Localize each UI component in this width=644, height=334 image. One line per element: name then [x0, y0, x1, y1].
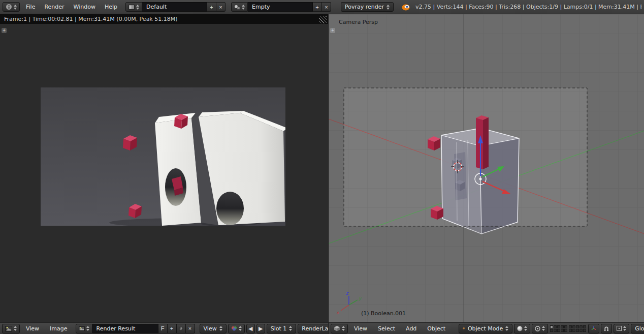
snap-toggle-button[interactable]	[601, 324, 612, 333]
editor-type-button-3dview[interactable]	[331, 324, 348, 333]
image-browse-button[interactable]	[76, 324, 92, 333]
view-mode-value: View	[204, 325, 217, 332]
viewport-3d-scene[interactable]: z y x	[329, 14, 644, 322]
scene-browse-button[interactable]	[231, 2, 248, 12]
region-corner-widget[interactable]: +	[2, 28, 7, 33]
updown-arrows-icon	[136, 5, 139, 10]
interaction-mode-value: Object Mode	[468, 325, 503, 332]
render-layer-value: RenderLay	[302, 325, 332, 332]
updown-arrows-icon	[505, 326, 508, 331]
menu-window[interactable]: Window	[69, 2, 100, 12]
active-object-label: (1) Boolean.001	[361, 310, 406, 317]
image-datablock-icon	[79, 326, 85, 331]
image-name-field[interactable]: Render Result	[92, 324, 158, 333]
main-menu-bar: File Render Window Help	[21, 2, 122, 12]
render-statistics-text: Frame:1 | Time:00:02.81 | Mem:31.41M (0.…	[0, 14, 328, 24]
viewport-editor-icon	[334, 325, 340, 331]
scene-statistics: v2.75 | Verts:144 | Faces:90 | Tris:268 …	[415, 4, 641, 10]
layers-widget[interactable]	[550, 325, 587, 332]
image-editor-region[interactable]: Frame:1 | Time:00:02.81 | Mem:31.41M (0.…	[0, 14, 328, 322]
screen-layout-selector: Default + ×	[125, 2, 226, 12]
editor-type-button-info[interactable]	[3, 2, 20, 12]
menu-file[interactable]: File	[21, 2, 40, 12]
slot-value: Slot 1	[271, 325, 287, 332]
render-engine-value: Povray render	[345, 4, 384, 10]
updown-arrows-icon	[14, 5, 17, 10]
updown-arrows-icon	[542, 326, 545, 331]
updown-arrows-icon	[242, 5, 245, 10]
new-image-button[interactable]: +	[168, 324, 177, 333]
screen-layout-browse-button[interactable]	[125, 2, 142, 12]
interaction-mode-dropdown[interactable]: Object Mode	[459, 324, 512, 333]
scene-add-button[interactable]: +	[313, 2, 322, 12]
view-name-label: Camera Persp	[339, 19, 378, 25]
menu-view[interactable]: View	[21, 324, 44, 333]
info-editor-header: File Render Window Help Default + ×	[0, 0, 644, 14]
updown-arrows-icon	[219, 326, 222, 331]
snap-element-dropdown[interactable]	[614, 324, 629, 333]
orientation-value: Global	[635, 325, 644, 332]
magnet-icon	[604, 326, 609, 331]
render-engine-dropdown[interactable]: Povray render	[341, 2, 394, 12]
scene-name: Empty	[252, 4, 270, 10]
updown-arrows-icon	[86, 326, 89, 331]
menu-view[interactable]: View	[349, 324, 372, 333]
screen-layout-name-field[interactable]: Default	[142, 2, 207, 12]
image-datablock-selector: Render Result F + ×	[76, 324, 195, 333]
next-slot-button[interactable]: ▶	[256, 324, 265, 333]
blender-logo-icon	[401, 3, 410, 12]
channels-icon	[231, 326, 237, 331]
viewport-3d-region[interactable]: z y x Camera Persp (1) Boolean.001	[328, 14, 644, 322]
slot-dropdown[interactable]: Slot 1	[267, 324, 297, 333]
updown-arrows-icon	[623, 326, 626, 331]
unlink-image-button[interactable]: ×	[186, 324, 195, 333]
stacked-papers-icon	[179, 326, 183, 331]
scene-name-field[interactable]: Empty	[248, 2, 313, 12]
fake-user-button[interactable]: F	[158, 324, 168, 333]
updown-arrows-icon	[524, 326, 527, 331]
screen-layout-delete-button[interactable]: ×	[216, 2, 226, 12]
pack-image-button[interactable]	[177, 324, 186, 333]
display-channels-dropdown[interactable]	[228, 324, 245, 333]
updown-arrows-icon	[289, 326, 292, 331]
transform-orientation-dropdown[interactable]: Global	[631, 324, 644, 333]
updown-arrows-icon	[14, 326, 17, 331]
pivot-icon	[535, 326, 540, 331]
updown-arrows-icon	[342, 326, 345, 331]
menu-help[interactable]: Help	[100, 2, 122, 12]
updown-arrows-icon	[387, 5, 390, 10]
manipulator-toggle-button[interactable]	[588, 324, 599, 333]
image-editor-icon	[5, 326, 12, 331]
info-editor-icon	[6, 4, 12, 10]
object-mode-icon	[463, 326, 465, 331]
screen-layout-add-button[interactable]: +	[207, 2, 216, 12]
region-resize-grip[interactable]	[319, 16, 327, 23]
previous-slot-button[interactable]: ◀	[246, 324, 255, 333]
menu-render[interactable]: Render	[40, 2, 69, 12]
menu-object[interactable]: Object	[423, 324, 450, 333]
viewport-shading-dropdown[interactable]	[514, 324, 530, 333]
pivot-point-dropdown[interactable]	[532, 324, 548, 333]
manipulator-axes-icon	[591, 325, 596, 331]
scene-icon	[234, 5, 240, 10]
layers-left-group[interactable]	[550, 325, 567, 332]
screen-layout-icon	[128, 5, 135, 10]
shading-sphere-icon	[517, 326, 523, 331]
view-mode-dropdown[interactable]: View	[200, 324, 227, 333]
scene-delete-button[interactable]: ×	[322, 2, 331, 12]
region-corner-widget[interactable]: +	[330, 28, 335, 33]
image-editor-header-bar: View Image Render Result F + × View	[0, 322, 328, 334]
screen-layout-name: Default	[146, 4, 167, 10]
menu-add[interactable]: Add	[401, 324, 421, 333]
snap-increment-icon	[617, 326, 622, 331]
updown-arrows-icon	[239, 326, 242, 331]
menu-select[interactable]: Select	[373, 324, 400, 333]
red-cube-object-upper[interactable]	[428, 136, 440, 150]
viewport-header-bar: View Select Add Object Object Mode	[328, 322, 644, 334]
scene-selector: Empty + ×	[231, 2, 331, 12]
menu-image[interactable]: Image	[45, 324, 72, 333]
image-name: Render Result	[96, 325, 136, 332]
editor-type-button-image[interactable]	[2, 324, 20, 333]
render-result-image[interactable]	[41, 87, 285, 226]
layers-right-group[interactable]	[569, 325, 586, 332]
